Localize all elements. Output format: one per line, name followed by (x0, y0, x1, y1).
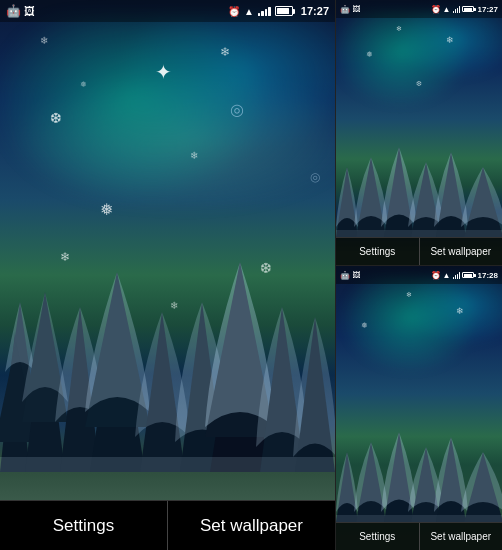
left-panel: 🤖 🖼 ⏰ ▲ (0, 0, 335, 550)
right-top-photo-icon: 🖼 (352, 5, 360, 14)
right-bottom-set-wallpaper-button[interactable]: Set wallpaper (420, 523, 503, 550)
right-bottom-status-bar: 🤖 🖼 ⏰ ▲ 17:28 (336, 266, 502, 284)
right-top-settings-button[interactable]: Settings (336, 238, 420, 265)
right-bottom-section: 🤖 🖼 ⏰ ▲ 17:28 (336, 266, 502, 550)
svg-rect-29 (336, 515, 502, 522)
right-top-signal-bars (453, 6, 461, 13)
right-top-sf2: ❅ (366, 50, 373, 59)
right-bottom-bottom-bar: Settings Set wallpaper (336, 522, 502, 550)
right-top-time: 17:27 (478, 5, 498, 14)
settings-button[interactable]: Settings (0, 501, 168, 550)
alarm-icon: ⏰ (228, 6, 240, 17)
set-wallpaper-label: Set wallpaper (200, 516, 303, 536)
right-top-signal-icon: ▲ (443, 5, 451, 14)
svg-rect-22 (336, 230, 502, 237)
right-bottom-photo-icon: 🖼 (352, 271, 360, 280)
snowflake-glow: ◎ (230, 100, 244, 119)
right-top-sf4: ❆ (416, 80, 422, 88)
snowflake-3: ❄ (220, 45, 230, 59)
right-bottom-settings-label: Settings (359, 531, 395, 542)
right-top-status-bar: 🤖 🖼 ⏰ ▲ (336, 0, 502, 18)
status-right-info: ⏰ ▲ 17:27 (228, 5, 329, 17)
right-top-sf1: ❄ (396, 25, 402, 33)
right-bottom-set-wallpaper-label: Set wallpaper (430, 531, 491, 542)
right-top-bottom-bar: Settings Set wallpaper (336, 237, 502, 265)
right-top-status-left: 🤖 🖼 (340, 5, 360, 14)
right-bottom-android-icon: 🤖 (340, 271, 350, 280)
right-bottom-sf3: ❄ (456, 306, 464, 316)
right-top-status-right: ⏰ ▲ 17:27 (431, 5, 498, 14)
time-display: 17:27 (301, 5, 329, 17)
set-wallpaper-button[interactable]: Set wallpaper (168, 501, 335, 550)
right-bottom-settings-button[interactable]: Settings (336, 523, 420, 550)
forest-left (0, 252, 335, 472)
right-bottom-battery-icon (462, 272, 476, 278)
right-bottom-aurora (336, 276, 502, 416)
right-bottom-sf2: ❅ (361, 321, 368, 330)
svg-rect-15 (0, 457, 335, 472)
snowflake-6: ❅ (100, 200, 113, 219)
left-bottom-bar: Settings Set wallpaper (0, 500, 335, 550)
right-bottom-signal-icon: ▲ (443, 271, 451, 280)
status-left-icons: 🤖 🖼 (6, 4, 35, 18)
left-status-bar: 🤖 🖼 ⏰ ▲ (0, 0, 335, 22)
right-top-battery-icon (462, 6, 476, 12)
left-wallpaper: 🤖 🖼 ⏰ ▲ (0, 0, 335, 500)
right-top-alarm-icon: ⏰ (431, 5, 441, 14)
wifi-icon: ▲ (244, 6, 254, 17)
settings-label: Settings (53, 516, 114, 536)
snowflake-star: ✦ (155, 60, 172, 84)
right-bottom-status-left: 🤖 🖼 (340, 271, 360, 280)
right-top-set-wallpaper-label: Set wallpaper (430, 246, 491, 257)
right-top-section: 🤖 🖼 ⏰ ▲ (336, 0, 502, 265)
snowflake-2: ❅ (80, 80, 87, 89)
snowflake-5: ❄ (190, 150, 198, 161)
right-panel: 🤖 🖼 ⏰ ▲ (335, 0, 502, 550)
right-bottom-time: 17:28 (478, 271, 498, 280)
signal-icon (258, 6, 271, 16)
snowflake-1: ❄ (40, 35, 48, 46)
right-top-sf3: ❄ (446, 35, 454, 45)
right-bottom-forest (336, 412, 502, 522)
right-bottom-alarm-icon: ⏰ (431, 271, 441, 280)
right-bottom-status-right: ⏰ ▲ 17:28 (431, 271, 498, 280)
right-top-forest (336, 127, 502, 237)
right-bottom-signal-bars (453, 272, 461, 279)
snowflake-glow2: ◎ (310, 170, 320, 184)
right-top-set-wallpaper-button[interactable]: Set wallpaper (420, 238, 503, 265)
battery-icon (275, 6, 295, 16)
android-icon: 🤖 (6, 4, 21, 18)
right-top-settings-label: Settings (359, 246, 395, 257)
photo-icon: 🖼 (24, 5, 35, 17)
snowflake-4: ❆ (50, 110, 62, 126)
right-top-android-icon: 🤖 (340, 5, 350, 14)
right-bottom-sf1: ❄ (406, 291, 412, 299)
